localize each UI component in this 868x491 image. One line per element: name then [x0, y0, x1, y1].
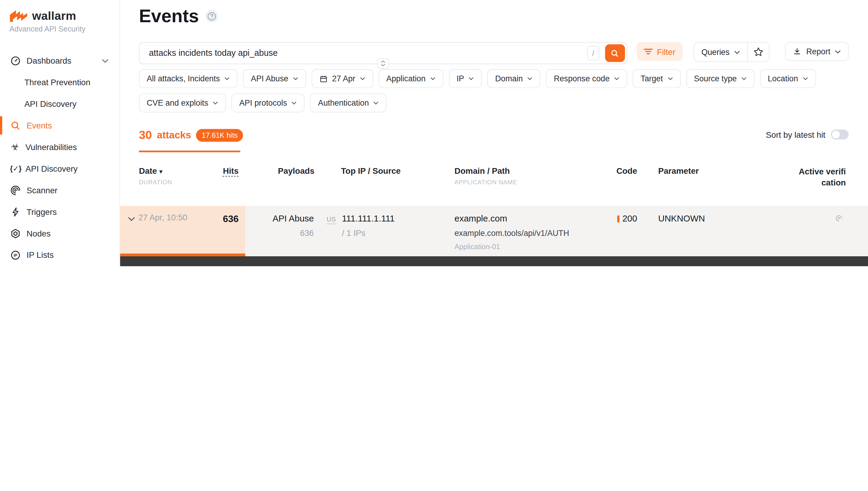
chip-authentication[interactable]: Authentication: [310, 94, 386, 113]
brand-name: wallarm: [32, 9, 76, 22]
column-header-top-ip: Top IP / Source: [326, 166, 446, 187]
search-button[interactable]: [605, 45, 625, 62]
chip-application[interactable]: Application: [378, 69, 443, 88]
row-domain[interactable]: example.com: [455, 214, 606, 224]
report-button[interactable]: Report: [785, 42, 848, 61]
sidebar-item-api-discovery-dash[interactable]: API Discovery: [0, 93, 119, 115]
sidebar-item-label: Scanner: [27, 185, 58, 195]
country-flag: US: [326, 215, 336, 224]
chevron-down-icon: [373, 102, 379, 105]
slash-shortcut-key: /: [587, 46, 599, 60]
search-box: /: [139, 42, 627, 64]
chevron-down-icon: [293, 77, 298, 80]
sidebar-item-dashboards[interactable]: Dashboards: [0, 50, 119, 71]
chip-api-abuse[interactable]: API Abuse: [243, 69, 306, 88]
filter-chip-row-1: All attacks, Incidents API Abuse 27 Apr …: [139, 69, 816, 88]
row-active-verification-cell[interactable]: [797, 206, 846, 256]
column-subheader-application-name: APPLICATION NAME: [455, 179, 606, 185]
chip-ip[interactable]: IP: [449, 69, 482, 88]
chevron-down-icon: [468, 77, 474, 80]
chip-attack-type[interactable]: All attacks, Incidents: [139, 69, 238, 88]
filter-icon: [643, 48, 653, 55]
event-detail-panel: Performance Behavior HTTP errors This he…: [120, 256, 868, 266]
chip-label: 27 Apr: [332, 74, 355, 83]
chevron-down-icon: [291, 102, 297, 105]
row-ip-sub: / 1 IPs: [342, 228, 395, 237]
row-payloads-cell: API Abuse 636: [245, 206, 326, 256]
triggers-icon: [10, 206, 21, 217]
row-path[interactable]: example.com.tools/api/v1/AUTH: [455, 229, 606, 238]
row-top-ip-cell: US 111.111.1.111 / 1 IPs: [326, 206, 446, 256]
sidebar-item-triggers[interactable]: Triggers: [0, 201, 119, 223]
sidebar-item-api-discovery[interactable]: {✓} API Discovery: [0, 158, 119, 179]
chip-domain[interactable]: Domain: [487, 69, 541, 88]
chevron-down-icon: [527, 77, 533, 80]
sidebar-item-scanner[interactable]: Scanner: [0, 179, 119, 201]
chevron-down-icon: [667, 77, 673, 80]
sidebar-item-ip-lists[interactable]: IP IP Lists: [0, 244, 119, 266]
brand-subtitle: Advanced API Security: [9, 25, 119, 33]
attacks-underline: [139, 151, 240, 152]
app-root: wallarm Advanced API Security Dashboards…: [0, 0, 868, 266]
sort-label: Sort by latest hit: [766, 130, 826, 139]
table-row[interactable]: 27 Apr, 10:50 636 API Abuse 636 US 111.1…: [120, 206, 868, 256]
filter-button[interactable]: Filter: [637, 42, 683, 61]
search-icon: [10, 120, 21, 131]
row-code: 200: [623, 214, 637, 224]
filter-chip-row-2: CVE and exploits API protocols Authentic…: [139, 94, 386, 113]
chevron-down-icon: [614, 77, 619, 80]
chip-label: API protocols: [239, 98, 287, 108]
sidebar-nav: Dashboards Threat Prevention API Discove…: [0, 50, 119, 266]
help-icon[interactable]: [206, 9, 218, 22]
sidebar-item-events[interactable]: Events: [0, 115, 119, 136]
row-date: 27 Apr, 10:50: [138, 212, 187, 222]
page-title-row: Events: [139, 5, 218, 26]
nodes-icon: [10, 228, 21, 239]
chip-label: Authentication: [318, 98, 369, 108]
star-icon: [753, 47, 764, 58]
column-header-hits[interactable]: Hits: [223, 166, 239, 187]
queries-control: Queries: [694, 42, 770, 62]
chip-response-code[interactable]: Response code: [546, 69, 627, 88]
chip-label: Response code: [554, 74, 610, 83]
row-code-cell: 200: [606, 206, 645, 256]
hits-badge: 17.61K hits: [196, 129, 243, 141]
calendar-icon: [319, 75, 328, 83]
scanner-icon: [10, 184, 21, 196]
column-header-date[interactable]: Date ▾: [139, 166, 172, 175]
chip-label: Target: [640, 74, 663, 83]
wallarm-logo-icon: [9, 9, 28, 23]
chip-source-type[interactable]: Source type: [686, 69, 755, 88]
column-header-code: Code: [606, 166, 645, 187]
row-ip[interactable]: 111.111.1.111: [342, 214, 395, 224]
sidebar-item-nodes[interactable]: Nodes: [0, 222, 119, 244]
chip-label: Source type: [694, 74, 737, 83]
chip-label: Location: [768, 74, 798, 83]
chip-location[interactable]: Location: [760, 69, 816, 88]
attacks-word: attacks: [157, 129, 191, 141]
favorite-star-button[interactable]: [747, 42, 769, 61]
search-expand-handle[interactable]: [377, 58, 389, 69]
payload-type[interactable]: API Abuse: [245, 214, 314, 224]
row-date-cell[interactable]: 27 Apr, 10:50 636: [120, 206, 245, 256]
sidebar-item-label: API Discovery: [24, 99, 77, 108]
sidebar-item-label: IP Lists: [27, 250, 54, 260]
sidebar-item-threat-prevention[interactable]: Threat Prevention: [0, 71, 119, 93]
chip-date[interactable]: 27 Apr: [312, 69, 373, 88]
ip-lists-icon: IP: [10, 250, 21, 260]
chip-api-protocols[interactable]: API protocols: [231, 94, 305, 113]
sidebar-item-label: Dashboards: [27, 56, 71, 65]
sidebar-item-rules[interactable]: Rules: [0, 266, 119, 266]
active-verification-icon: [833, 212, 845, 224]
chip-cve[interactable]: CVE and exploits: [139, 94, 226, 113]
main-content: Events / Filter: [120, 0, 868, 266]
search-input[interactable]: [148, 48, 581, 59]
attack-count: 30: [139, 128, 152, 142]
chip-target[interactable]: Target: [633, 69, 681, 88]
brand-logo[interactable]: wallarm: [9, 9, 119, 23]
column-header-parameter: Parameter: [645, 166, 797, 187]
sort-toggle[interactable]: [831, 129, 848, 140]
queries-button[interactable]: Queries: [694, 42, 747, 61]
row-domain-cell: example.com example.com.tools/api/v1/AUT…: [446, 206, 606, 256]
sidebar-item-vulnerabilities[interactable]: ☣ Vulnerabilities: [0, 136, 119, 158]
